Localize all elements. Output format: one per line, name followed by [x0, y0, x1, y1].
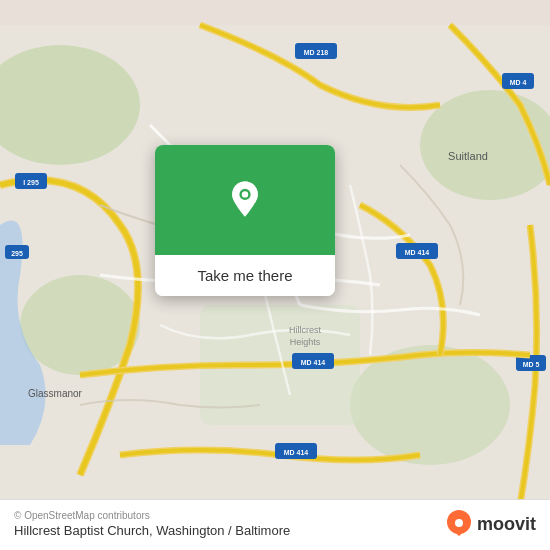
svg-text:MD 414: MD 414 — [284, 449, 309, 456]
copyright-text: © OpenStreetMap contributors — [14, 510, 290, 521]
bottom-bar: © OpenStreetMap contributors Hillcrest B… — [0, 499, 550, 550]
map-container: I 295 295 MD 218 MD 4 MD 5 MD 414 MD 414 — [0, 0, 550, 550]
svg-text:Hillcrest: Hillcrest — [289, 325, 322, 335]
moovit-label: moovit — [477, 514, 536, 535]
svg-text:MD 414: MD 414 — [301, 359, 326, 366]
popup-card: Take me there — [155, 145, 335, 296]
svg-text:Heights: Heights — [290, 337, 321, 347]
svg-text:I 295: I 295 — [23, 179, 39, 186]
svg-text:Glassmanor: Glassmanor — [28, 388, 83, 399]
bottom-left: © OpenStreetMap contributors Hillcrest B… — [14, 510, 290, 538]
svg-text:MD 414: MD 414 — [405, 249, 430, 256]
take-me-there-button[interactable]: Take me there — [155, 255, 335, 296]
popup-map-area — [155, 145, 335, 255]
svg-text:295: 295 — [11, 250, 23, 257]
svg-text:Suitland: Suitland — [448, 150, 488, 162]
location-pin-icon — [225, 180, 265, 220]
svg-text:MD 4: MD 4 — [510, 79, 527, 86]
svg-text:MD 218: MD 218 — [304, 49, 329, 56]
svg-point-30 — [455, 519, 463, 527]
svg-text:MD 5: MD 5 — [523, 361, 540, 368]
moovit-pin-icon — [445, 510, 473, 538]
location-text: Hillcrest Baptist Church, Washington / B… — [14, 523, 290, 538]
moovit-logo[interactable]: moovit — [445, 510, 536, 538]
svg-point-28 — [242, 191, 248, 197]
